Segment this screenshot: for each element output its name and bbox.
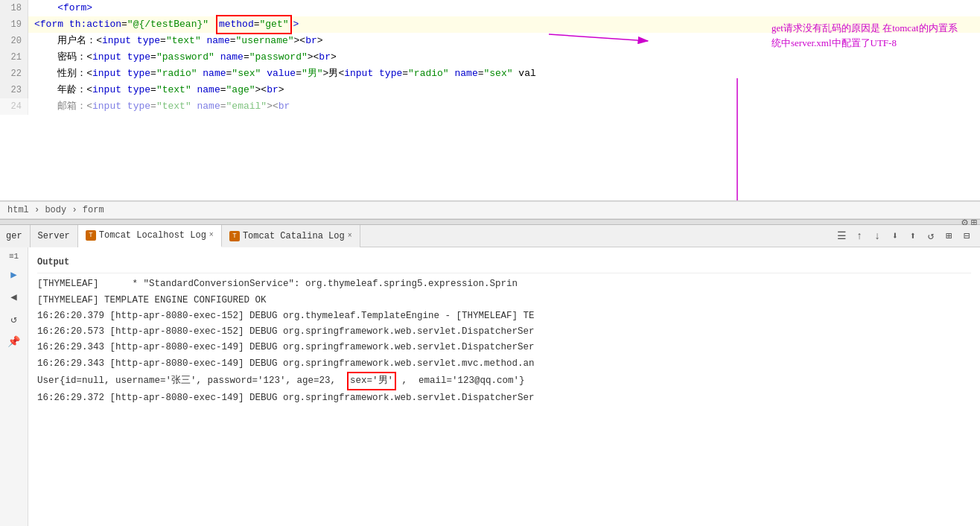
tab-tomcat-localhost[interactable]: T Tomcat Localhost Log × xyxy=(78,225,222,247)
tab-tomcat-catalina[interactable]: T Tomcat Catalina Log × xyxy=(222,225,360,247)
tab-tomcat-catalina-close[interactable]: × xyxy=(348,232,352,240)
bottom-panel: ger Server T Tomcat Localhost Log × T To… xyxy=(0,225,980,526)
rotate-icon[interactable]: ↺ xyxy=(923,229,938,244)
tab-server[interactable]: Server xyxy=(31,225,78,247)
tab-tomcat-localhost-close[interactable]: × xyxy=(209,231,214,239)
sidebar-indicator: ≡1 xyxy=(9,252,19,261)
output-content: Output [THYMELEAF] * "StandardConversion… xyxy=(28,247,980,526)
output-line-3: 16:26:20.379 [http-apr-8080-exec-152] DE… xyxy=(37,308,971,324)
line-content-24: 邮箱：<input type="text" name="email"><br xyxy=(28,98,980,115)
output-line-7: User{id=null, username='张三', password='1… xyxy=(37,372,971,390)
down-icon[interactable]: ⬇ xyxy=(888,229,903,244)
tab-tomcat-catalina-label: Tomcat Catalina Log xyxy=(243,231,345,241)
code-lines: 18 <form> 19 <form th:action="@{/testBea… xyxy=(0,0,980,115)
breadcrumb-bar: html › body › form xyxy=(0,201,980,219)
breadcrumb: html › body › form xyxy=(7,205,104,215)
line-content-23: 年龄：<input type="text" name="age"><br> xyxy=(28,82,980,98)
output-line-8: 16:26:29.372 [http-apr-8080-exec-149] DE… xyxy=(37,390,971,406)
output-panel: ≡1 ▶ ◀ ↺ 📌 Output [THYMELEAF] * "Standar… xyxy=(0,247,980,526)
line-content-21: 密码：<input type="password" name="password… xyxy=(28,49,980,66)
line-number-19: 19 xyxy=(0,16,28,33)
output-line-4: 16:26:20.573 [http-apr-8080-exec-152] DE… xyxy=(37,324,971,340)
tab-server-label: Server xyxy=(38,231,70,241)
tab-ger[interactable]: ger xyxy=(0,225,31,247)
sidebar-refresh-btn[interactable]: ↺ xyxy=(5,310,23,328)
bookmark-icon[interactable]: ⊞ xyxy=(941,229,956,244)
output-title: Output xyxy=(37,255,69,270)
sex-highlight: sex='男' xyxy=(347,372,396,390)
sidebar-pin-btn[interactable]: 📌 xyxy=(5,332,23,350)
menu-icon[interactable]: ☰ xyxy=(834,229,849,244)
tab-toolbar: ☰ ↑ ↓ ⬇ ⬆ ↺ ⊞ ⊟ xyxy=(834,229,980,244)
output-header: Output xyxy=(37,252,971,273)
output-line-5: 16:26:29.343 [http-apr-8080-exec-149] DE… xyxy=(37,340,971,355)
code-line-23: 23 年龄：<input type="text" name="age"><br> xyxy=(0,82,980,98)
line-number-23: 23 xyxy=(0,82,28,98)
output-line-1: [THYMELEAF] * "StandardConversionService… xyxy=(37,276,971,292)
sidebar-up-btn[interactable]: ◀ xyxy=(5,288,23,305)
line-number-24: 24 xyxy=(0,98,28,115)
tab-ger-label: ger xyxy=(6,231,22,241)
code-editor: 18 <form> 19 <form th:action="@{/testBea… xyxy=(0,0,980,201)
code-line-24: 24 邮箱：<input type="text" name="email"><b… xyxy=(0,98,980,115)
line-number-18: 18 xyxy=(0,0,28,16)
output-sidebar: ≡1 ▶ ◀ ↺ 📌 xyxy=(0,247,28,526)
down-down-icon[interactable]: ↓ xyxy=(870,229,885,244)
code-line-21: 21 密码：<input type="password" name="passw… xyxy=(0,49,980,66)
grid-icon[interactable]: ⊟ xyxy=(959,229,974,244)
tomcat-localhost-icon: T xyxy=(86,230,96,241)
line-number-21: 21 xyxy=(0,49,28,66)
tab-tomcat-localhost-label: Tomcat Localhost Log xyxy=(99,230,206,241)
tomcat-catalina-icon: T xyxy=(229,231,240,241)
line-content-22: 性别：<input type="radio" name="sex" value=… xyxy=(28,66,980,82)
annotation-text: get请求没有乱码的原因是 在tomcat的内置系统中server.xml中配置… xyxy=(771,21,965,50)
line-number-20: 20 xyxy=(0,33,28,49)
code-line-22: 22 性别：<input type="radio" name="sex" val… xyxy=(0,66,980,82)
line-content-18: <form> xyxy=(28,0,980,16)
sidebar-down-btn[interactable]: ▶ xyxy=(5,265,23,283)
output-line-2: [THYMELEAF] TEMPLATE ENGINE CONFIGURED O… xyxy=(37,293,971,308)
code-line-18: 18 <form> xyxy=(0,0,980,16)
tab-bar: ger Server T Tomcat Localhost Log × T To… xyxy=(0,225,980,247)
up-icon[interactable]: ↑ xyxy=(852,229,867,244)
line-number-22: 22 xyxy=(0,66,28,82)
output-line-6: 16:26:29.343 [http-apr-8080-exec-149] DE… xyxy=(37,356,971,372)
up2-icon[interactable]: ⬆ xyxy=(906,229,920,244)
